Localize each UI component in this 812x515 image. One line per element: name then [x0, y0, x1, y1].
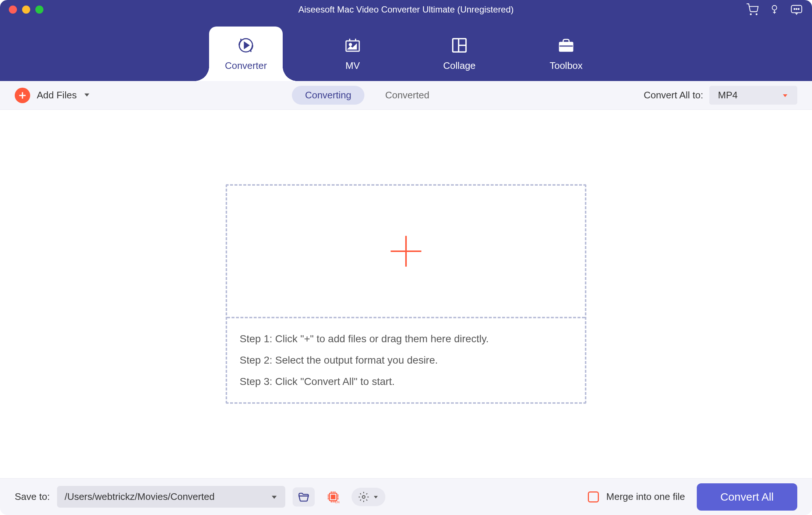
- feedback-icon[interactable]: [790, 3, 803, 16]
- step-3: Step 3: Click "Convert All" to start.: [240, 376, 572, 388]
- convert-all-to-label: Convert All to:: [644, 90, 703, 101]
- window-title: Aiseesoft Mac Video Converter Ultimate (…: [298, 4, 513, 15]
- svg-point-19: [363, 495, 366, 498]
- titlebar-top: Aiseesoft Mac Video Converter Ultimate (…: [0, 0, 812, 19]
- folder-icon: [297, 491, 310, 503]
- svg-point-2: [772, 6, 777, 10]
- status-segments: Converting Converted: [292, 86, 443, 105]
- svg-marker-14: [783, 94, 787, 97]
- svg-rect-9: [346, 41, 359, 51]
- minimize-window-button[interactable]: [22, 6, 30, 14]
- svg-marker-15: [272, 495, 277, 498]
- converter-icon: [237, 36, 255, 54]
- svg-marker-8: [244, 42, 249, 48]
- save-path-value: /Users/webtrickz/Movies/Converted: [64, 491, 214, 502]
- dropzone: Step 1: Click "+" to add files or drag t…: [226, 184, 586, 404]
- main-tabs: Converter MV: [0, 19, 812, 81]
- svg-point-5: [796, 8, 797, 10]
- cart-icon[interactable]: [746, 3, 759, 16]
- toolbar: Add Files Converting Converted Convert A…: [0, 81, 812, 110]
- svg-point-6: [798, 8, 799, 10]
- add-files-button[interactable]: [15, 88, 30, 103]
- svg-rect-17: [331, 495, 335, 499]
- merge-label: Merge into one file: [606, 491, 685, 502]
- app-window: Aiseesoft Mac Video Converter Ultimate (…: [0, 0, 812, 515]
- bottom-bar: Save to: /Users/webtrickz/Movies/Convert…: [0, 478, 812, 515]
- format-value: MP4: [718, 90, 738, 101]
- maximize-window-button[interactable]: [35, 6, 43, 14]
- step-2: Step 2: Select the output format you des…: [240, 354, 572, 366]
- dropzone-steps: Step 1: Click "+" to add files or drag t…: [227, 318, 585, 402]
- tab-label: MV: [346, 60, 360, 71]
- svg-text:ON: ON: [335, 500, 340, 504]
- close-window-button[interactable]: [9, 6, 17, 14]
- toolbox-icon: [557, 36, 575, 54]
- merge-checkbox[interactable]: [588, 491, 599, 502]
- settings-button[interactable]: [352, 488, 385, 506]
- svg-point-4: [794, 8, 795, 10]
- toolbar-right: Convert All to: MP4: [644, 86, 797, 105]
- add-files-label[interactable]: Add Files: [37, 90, 77, 101]
- svg-marker-20: [374, 496, 378, 498]
- tab-label: Converter: [225, 60, 267, 71]
- convert-all-button[interactable]: Convert All: [697, 483, 797, 511]
- chevron-down-icon: [271, 493, 278, 501]
- tab-converter[interactable]: Converter: [209, 27, 283, 81]
- segment-converted[interactable]: Converted: [372, 86, 442, 105]
- tab-label: Collage: [443, 60, 476, 71]
- dropzone-add-area[interactable]: [227, 186, 585, 318]
- chevron-down-icon: [373, 494, 379, 500]
- svg-rect-12: [559, 42, 573, 51]
- svg-point-10: [349, 43, 352, 46]
- tab-label: Toolbox: [550, 60, 583, 71]
- add-files-dropdown[interactable]: [83, 91, 91, 100]
- svg-marker-13: [85, 93, 89, 96]
- chip-icon: ON: [326, 490, 340, 504]
- step-1: Step 1: Click "+" to add files or drag t…: [240, 333, 572, 345]
- titlebar: Aiseesoft Mac Video Converter Ultimate (…: [0, 0, 812, 81]
- tab-collage[interactable]: Collage: [423, 27, 496, 81]
- gear-icon: [358, 491, 369, 502]
- segment-converting[interactable]: Converting: [292, 86, 365, 105]
- key-icon[interactable]: [768, 3, 781, 16]
- mv-icon: [344, 36, 361, 54]
- titlebar-actions: [746, 3, 803, 16]
- save-to-label: Save to:: [15, 491, 50, 502]
- svg-point-0: [750, 14, 751, 15]
- format-select[interactable]: MP4: [709, 86, 797, 105]
- svg-point-1: [756, 14, 757, 15]
- tab-mv[interactable]: MV: [316, 27, 389, 81]
- traffic-lights: [9, 6, 43, 14]
- gpu-acceleration-button[interactable]: ON: [322, 487, 344, 507]
- tab-toolbox[interactable]: Toolbox: [529, 27, 603, 81]
- toolbar-left: Add Files: [15, 88, 91, 103]
- chevron-down-icon: [782, 92, 788, 99]
- main-area: Step 1: Click "+" to add files or drag t…: [0, 110, 812, 478]
- save-path-select[interactable]: /Users/webtrickz/Movies/Converted: [57, 486, 285, 508]
- plus-icon: [388, 233, 424, 270]
- collage-icon: [451, 36, 468, 54]
- open-folder-button[interactable]: [293, 487, 315, 507]
